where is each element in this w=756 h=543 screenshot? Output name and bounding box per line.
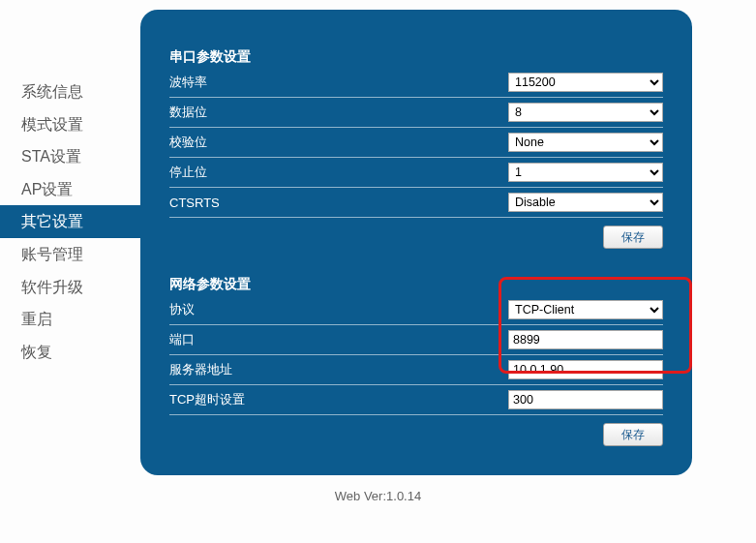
databits-select[interactable]: 8: [508, 103, 663, 122]
ctsrts-select[interactable]: Disable: [508, 193, 663, 212]
row-stopbits: 停止位 1: [169, 158, 663, 188]
stopbits-label: 停止位: [169, 164, 392, 181]
protocol-select[interactable]: TCP-Client: [508, 300, 663, 319]
port-label: 端口: [169, 331, 392, 348]
settings-panel: 串口参数设置 波特率 115200 数据位 8 校验位 None 停止位 1: [140, 10, 692, 475]
timeout-input[interactable]: [508, 390, 663, 409]
row-baud: 波特率 115200: [169, 68, 663, 98]
parity-label: 校验位: [169, 134, 392, 151]
baud-label: 波特率: [169, 74, 392, 91]
sidebar-item-mode[interactable]: 模式设置: [0, 108, 140, 141]
port-input[interactable]: [508, 330, 663, 349]
server-input[interactable]: [508, 360, 663, 379]
row-protocol: 协议 TCP-Client: [169, 295, 663, 325]
footer-version: Web Ver:1.0.14: [0, 489, 756, 503]
sidebar-item-sysinfo[interactable]: 系统信息: [0, 75, 140, 108]
row-databits: 数据位 8: [169, 98, 663, 128]
parity-select[interactable]: None: [508, 133, 663, 152]
sidebar-item-reboot[interactable]: 重启: [0, 303, 140, 336]
network-save-button[interactable]: 保存: [603, 423, 663, 446]
row-parity: 校验位 None: [169, 128, 663, 158]
sidebar: 系统信息 模式设置 STA设置 AP设置 其它设置 账号管理 软件升级 重启 恢…: [0, 10, 140, 475]
sidebar-item-account[interactable]: 账号管理: [0, 238, 140, 271]
serial-section-title: 串口参数设置: [169, 48, 663, 66]
sidebar-item-upgrade[interactable]: 软件升级: [0, 271, 140, 304]
sidebar-item-ap[interactable]: AP设置: [0, 173, 140, 206]
row-port: 端口: [169, 325, 663, 355]
protocol-label: 协议: [169, 301, 392, 318]
ctsrts-label: CTSRTS: [169, 196, 392, 210]
sidebar-item-other[interactable]: 其它设置: [0, 205, 140, 238]
row-ctsrts: CTSRTS Disable: [169, 188, 663, 218]
databits-label: 数据位: [169, 104, 392, 121]
sidebar-item-restore[interactable]: 恢复: [0, 336, 140, 369]
sidebar-item-sta[interactable]: STA设置: [0, 140, 140, 173]
server-label: 服务器地址: [169, 361, 392, 378]
baud-select[interactable]: 115200: [508, 73, 663, 92]
serial-save-button[interactable]: 保存: [603, 226, 663, 249]
row-timeout: TCP超时设置: [169, 385, 663, 415]
timeout-label: TCP超时设置: [169, 391, 392, 408]
network-section-title: 网络参数设置: [169, 276, 663, 293]
stopbits-select[interactable]: 1: [508, 163, 663, 182]
row-server: 服务器地址: [169, 355, 663, 385]
